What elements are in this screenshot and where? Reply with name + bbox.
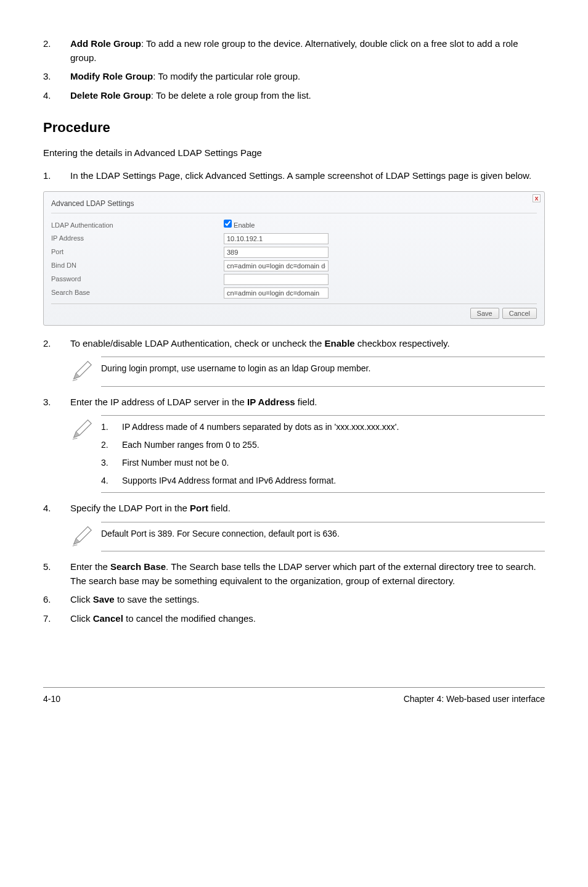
step-number: 3. <box>43 395 70 410</box>
pencil-icon <box>70 522 101 552</box>
row-bind-dn: Bind DN <box>51 260 537 271</box>
step-text: To enable/disable LDAP Authentication, c… <box>70 337 545 351</box>
step-1: 1. In the LDAP Settings Page, click Adva… <box>43 169 545 183</box>
list-item-2: 2. Add Role Group: To add a new role gro… <box>43 37 545 65</box>
label-password: Password <box>51 274 224 284</box>
close-icon[interactable]: x <box>533 194 541 202</box>
step-text: Enter the Search Base. The Search base t… <box>70 560 545 588</box>
step-number: 2. <box>43 337 70 351</box>
ip-address-input[interactable] <box>224 233 329 244</box>
enable-checkbox[interactable] <box>224 220 232 228</box>
search-base-input[interactable] <box>224 287 329 299</box>
row-ldap-auth: LDAP Authentication Enable <box>51 220 537 231</box>
item-number: 2. <box>43 37 70 65</box>
item-text: Add Role Group: To add a new role group … <box>70 37 545 65</box>
top-list: 2. Add Role Group: To add a new role gro… <box>43 37 545 102</box>
step-text: In the LDAP Settings Page, click Advance… <box>70 169 545 183</box>
item-number: 3. <box>43 70 70 84</box>
procedure-steps: 1. In the LDAP Settings Page, click Adva… <box>43 169 545 183</box>
step-text: Click Cancel to cancel the modified chan… <box>70 612 545 626</box>
page-number: 4-10 <box>43 693 60 706</box>
cancel-button[interactable]: Cancel <box>502 308 537 319</box>
dialog-footer: Save Cancel <box>51 303 537 319</box>
ldap-settings-dialog: x Advanced LDAP Settings LDAP Authentica… <box>43 191 545 326</box>
step-number: 7. <box>43 612 70 626</box>
pencil-icon <box>70 357 101 387</box>
note-text: During login prompt, use username to log… <box>101 357 545 387</box>
procedure-heading: Procedure <box>43 117 545 138</box>
step-number: 5. <box>43 560 70 588</box>
label-ip-address: IP Address <box>51 233 224 244</box>
list-item-3: 3. Modify Role Group: To modify the part… <box>43 70 545 84</box>
label-ldap-auth: LDAP Authentication <box>51 220 224 231</box>
chapter-title: Chapter 4: Web-based user interface <box>404 693 545 706</box>
procedure-intro: Entering the details in Advanced LDAP Se… <box>43 146 545 160</box>
sub-item: 2.Each Number ranges from 0 to 255. <box>101 439 545 452</box>
step-text: Specify the LDAP Port in the Port field. <box>70 501 545 516</box>
list-item-4: 4. Delete Role Group: To be delete a rol… <box>43 89 545 103</box>
port-input[interactable] <box>224 247 329 258</box>
pencil-icon <box>70 415 101 493</box>
sub-item: 1.IP Address made of 4 numbers separated… <box>101 421 545 434</box>
sub-item: 3.First Number must not be 0. <box>101 456 545 469</box>
label-bind-dn: Bind DN <box>51 260 224 271</box>
step-number: 1. <box>43 169 70 183</box>
note-block-2: During login prompt, use username to log… <box>70 357 545 387</box>
note-text: Default Port is 389. For Secure connecti… <box>101 522 545 552</box>
procedure-steps-cont: 2. To enable/disable LDAP Authentication… <box>43 337 545 351</box>
step-text: Click Save to save the settings. <box>70 593 545 607</box>
note-sublist: 1.IP Address made of 4 numbers separated… <box>101 415 545 493</box>
bind-dn-input[interactable] <box>224 260 329 271</box>
row-port: Port <box>51 247 537 258</box>
step-7: 7. Click Cancel to cancel the modified c… <box>43 612 545 626</box>
save-button[interactable]: Save <box>470 308 499 319</box>
row-search-base: Search Base <box>51 287 537 299</box>
item-text: Modify Role Group: To modify the particu… <box>70 70 545 84</box>
step-number: 4. <box>43 501 70 516</box>
row-ip-address: IP Address <box>51 233 537 244</box>
step-3: 3. Enter the IP address of LDAP server i… <box>43 395 545 410</box>
sub-item: 4.Supports IPv4 Address format and IPv6 … <box>101 474 545 487</box>
note-block-3: 1.IP Address made of 4 numbers separated… <box>70 415 545 493</box>
step-5: 5. Enter the Search Base. The Search bas… <box>43 560 545 588</box>
step-2: 2. To enable/disable LDAP Authentication… <box>43 337 545 351</box>
step-4: 4. Specify the LDAP Port in the Port fie… <box>43 501 545 516</box>
page-footer: 4-10 Chapter 4: Web-based user interface <box>43 687 545 706</box>
label-search-base: Search Base <box>51 287 224 298</box>
password-input[interactable] <box>224 274 329 285</box>
step-6: 6. Click Save to save the settings. <box>43 593 545 607</box>
row-password: Password <box>51 274 537 285</box>
note-block-4: Default Port is 389. For Secure connecti… <box>70 522 545 552</box>
enable-checkbox-group: Enable <box>224 220 255 231</box>
item-number: 4. <box>43 89 70 103</box>
label-port: Port <box>51 247 224 257</box>
item-text: Delete Role Group: To be delete a role g… <box>70 89 545 103</box>
enable-checkbox-label: Enable <box>234 221 255 229</box>
step-number: 6. <box>43 593 70 607</box>
step-text: Enter the IP address of LDAP server in t… <box>70 395 545 410</box>
dialog-title: Advanced LDAP Settings <box>51 198 537 213</box>
